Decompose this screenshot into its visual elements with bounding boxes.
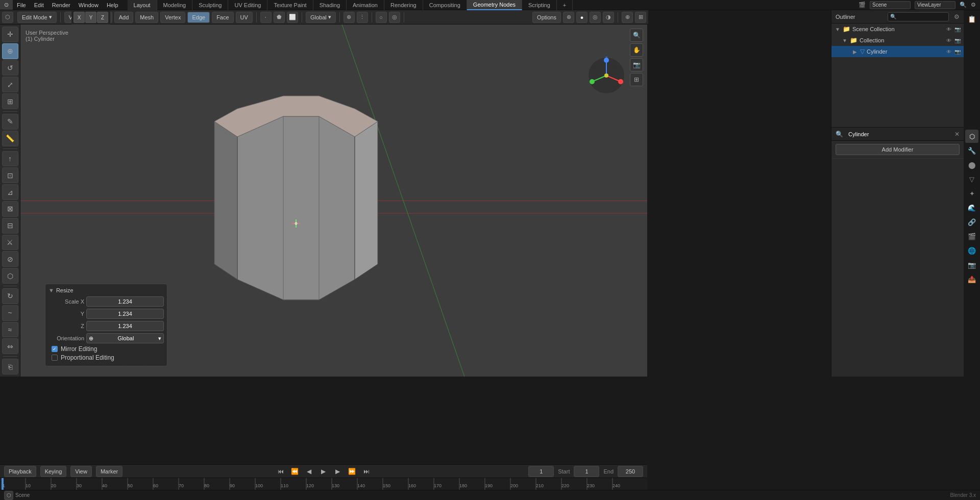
orientation-selector[interactable]: Global ▾ [306, 12, 336, 23]
end-frame-input[interactable]: 250 [618, 466, 643, 477]
tab-modeling[interactable]: Modeling [157, 0, 193, 10]
search-icon-top[interactable]: 🔍 [960, 2, 967, 8]
tab-rendering[interactable]: Rendering [384, 0, 423, 10]
top-view-icon[interactable]: ⊞ [630, 73, 643, 86]
properties-scene-icon[interactable]: 🎬 [965, 230, 978, 243]
knife-tool[interactable]: ⚔ [2, 235, 18, 251]
view-layer-input[interactable]: ViewLayer [915, 1, 955, 9]
shear-tool[interactable]: ⎗ [2, 359, 18, 374]
scene-input[interactable]: Scene [870, 1, 911, 9]
next-frame-btn[interactable]: ▶ [333, 466, 343, 477]
tab-add[interactable]: + [557, 0, 573, 10]
proportional-editing-icon[interactable]: ○ [376, 12, 387, 23]
orientation-selector-panel[interactable]: ⊕ Global ▾ [86, 333, 164, 343]
inset-tool[interactable]: ⊡ [2, 167, 18, 183]
measure-tool[interactable]: 📏 [2, 131, 18, 146]
resize-collapse-icon[interactable]: ▼ [48, 287, 54, 293]
playback-menu[interactable]: Playback [4, 466, 36, 477]
offset-edge-tool[interactable]: ⊟ [2, 218, 18, 234]
help-menu[interactable]: Help [103, 0, 122, 10]
timeline-ruler[interactable]: 1 10 20 30 40 50 60 70 80 90 100 110 120 [0, 478, 647, 490]
file-menu[interactable]: File [13, 0, 30, 10]
face-select-icon[interactable]: ⬜ [287, 12, 298, 23]
mode-selector[interactable]: Edit Mode ▾ [17, 12, 57, 23]
scale-tool[interactable]: ⤢ [2, 77, 18, 92]
editor-type-icon[interactable]: ⬡ [2, 12, 13, 23]
filter-icon-top[interactable]: ⚙ [971, 2, 976, 8]
gizmo-icon[interactable]: ⊕ [622, 12, 633, 23]
edit-menu[interactable]: Edit [30, 0, 48, 10]
tab-scripting[interactable]: Scripting [522, 0, 557, 10]
cylinder-render-icon[interactable]: 📷 [954, 49, 961, 55]
timeline-view-menu[interactable]: View [70, 466, 92, 477]
filter-icon[interactable]: ⚙ [954, 13, 960, 20]
navigation-gizmo[interactable]: Z [586, 55, 627, 96]
mesh-menu[interactable]: Mesh [135, 12, 158, 23]
tab-uv-editing[interactable]: UV Editing [228, 0, 267, 10]
spin-tool[interactable]: ↻ [2, 288, 18, 304]
prev-keyframe-btn[interactable]: ⏪ [290, 466, 300, 477]
properties-modifier-icon[interactable]: 🔧 [965, 144, 978, 157]
scale-x-input[interactable]: 1.234 [86, 296, 164, 307]
window-menu[interactable]: Window [75, 0, 103, 10]
tab-animation[interactable]: Animation [347, 0, 384, 10]
outliner-search[interactable]: 🔍 [888, 12, 949, 21]
mirror-editing-checkbox[interactable]: ✓ [52, 346, 58, 352]
bisect-tool[interactable]: ⊘ [2, 251, 18, 267]
collection-vis-icon[interactable]: 👁 [946, 38, 951, 43]
tab-layout[interactable]: Layout [128, 0, 157, 10]
tab-geometry-nodes[interactable]: Geometry Nodes [467, 0, 522, 10]
face-menu[interactable]: Face [212, 12, 233, 23]
add-menu[interactable]: Add [114, 12, 134, 23]
rotate-tool[interactable]: ↺ [2, 60, 18, 76]
scale-y-input[interactable]: 1.234 [86, 309, 164, 319]
current-frame-input[interactable]: 1 [528, 466, 554, 477]
marker-menu[interactable]: Marker [96, 466, 122, 477]
proportional-editing-checkbox[interactable] [52, 355, 58, 361]
render-menu[interactable]: Render [48, 0, 75, 10]
extrude-tool[interactable]: ↑ [2, 151, 18, 167]
smooth-tool[interactable]: ~ [2, 305, 18, 321]
vertex-select-icon[interactable]: ⬝ [260, 12, 272, 23]
scale-z-input[interactable]: 1.234 [86, 321, 164, 331]
viewport-shading-rendered[interactable]: ◑ [603, 12, 614, 23]
uv-menu[interactable]: UV [236, 12, 253, 23]
loop-cut-tool[interactable]: ⊠ [2, 201, 18, 217]
tab-shading[interactable]: Shading [313, 0, 347, 10]
move-tool[interactable]: ⊕ [2, 43, 18, 59]
properties-output-icon[interactable]: 📤 [965, 272, 978, 286]
properties-particles-icon[interactable]: ✦ [965, 187, 978, 200]
proportional-connected-icon[interactable]: ◎ [389, 12, 400, 23]
viewport-shading-solid[interactable]: ● [576, 12, 587, 23]
properties-close-icon[interactable]: ✕ [954, 131, 960, 138]
cylinder-vis-icon[interactable]: 👁 [946, 49, 951, 55]
properties-constraints-icon[interactable]: 🔗 [965, 215, 978, 229]
zoom-in-icon[interactable]: 🔍 [630, 29, 643, 42]
cursor-tool[interactable]: ✛ [2, 27, 18, 42]
outliner-scene-collection[interactable]: ▼ 📁 Scene Collection 👁 📷 [831, 23, 964, 35]
poly-build-tool[interactable]: ⬡ [2, 268, 18, 284]
options-btn[interactable]: Options [532, 12, 561, 23]
outliner-icon[interactable]: 📋 [965, 12, 978, 26]
collection-render-icon[interactable]: 📷 [954, 38, 961, 43]
prev-frame-btn[interactable]: ◀ [304, 466, 314, 477]
annotate-tool[interactable]: ✎ [2, 114, 18, 130]
jump-end-btn[interactable]: ⏭ [361, 466, 372, 477]
viewport-shading-material[interactable]: ◎ [590, 12, 601, 23]
properties-material-icon[interactable]: ⬤ [965, 158, 978, 171]
viewport-3d[interactable]: User Perspective (1) Cylinder Z 🔍 ✋ 📷 ⊞ [20, 24, 647, 377]
transform-tool[interactable]: ⊞ [2, 93, 18, 109]
tab-texture-paint[interactable]: Texture Paint [267, 0, 313, 10]
xray-toggle[interactable]: ⊕ [563, 12, 574, 23]
pan-icon[interactable]: ✋ [630, 43, 643, 57]
scene-collection-vis-icon[interactable]: 👁 [946, 27, 951, 32]
bevel-tool[interactable]: ⊿ [2, 184, 18, 200]
tab-sculpting[interactable]: Sculpting [192, 0, 228, 10]
next-keyframe-btn[interactable]: ⏩ [347, 466, 357, 477]
properties-object-icon[interactable]: ⬡ [965, 130, 978, 143]
scene-collection-render-icon[interactable]: 📷 [954, 27, 961, 32]
blender-menu[interactable]: ⊙ [0, 0, 13, 10]
z-axis-constraint[interactable]: Z [97, 12, 108, 23]
overlay-icon[interactable]: ⊞ [635, 12, 646, 23]
edge-menu[interactable]: Edge [187, 12, 210, 23]
